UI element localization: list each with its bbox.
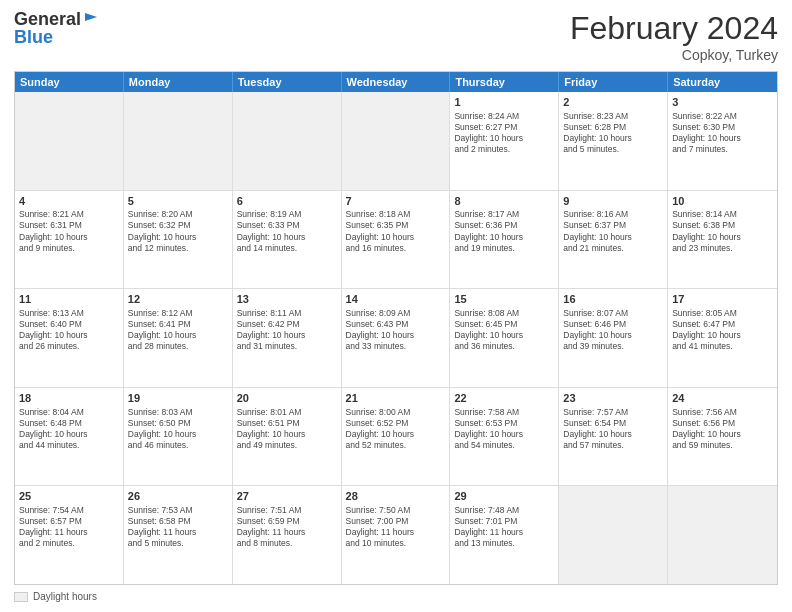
calendar: SundayMondayTuesdayWednesdayThursdayFrid… xyxy=(14,71,778,585)
calendar-cell: 27Sunrise: 7:51 AM Sunset: 6:59 PM Dayli… xyxy=(233,486,342,584)
calendar-cell: 21Sunrise: 8:00 AM Sunset: 6:52 PM Dayli… xyxy=(342,388,451,486)
day-info: Sunrise: 8:03 AM Sunset: 6:50 PM Dayligh… xyxy=(128,407,228,451)
day-number: 12 xyxy=(128,292,228,307)
day-info: Sunrise: 8:17 AM Sunset: 6:36 PM Dayligh… xyxy=(454,209,554,253)
calendar-header-day: Wednesday xyxy=(342,72,451,92)
legend-label: Daylight hours xyxy=(33,591,97,602)
logo-text-blue: Blue xyxy=(14,28,99,48)
calendar-cell: 9Sunrise: 8:16 AM Sunset: 6:37 PM Daylig… xyxy=(559,191,668,289)
calendar-cell: 8Sunrise: 8:17 AM Sunset: 6:36 PM Daylig… xyxy=(450,191,559,289)
title-block: February 2024 Copkoy, Turkey xyxy=(570,10,778,63)
calendar-cell: 14Sunrise: 8:09 AM Sunset: 6:43 PM Dayli… xyxy=(342,289,451,387)
calendar-cell: 23Sunrise: 7:57 AM Sunset: 6:54 PM Dayli… xyxy=(559,388,668,486)
day-number: 27 xyxy=(237,489,337,504)
calendar-row: 25Sunrise: 7:54 AM Sunset: 6:57 PM Dayli… xyxy=(15,486,777,584)
day-number: 25 xyxy=(19,489,119,504)
calendar-cell: 2Sunrise: 8:23 AM Sunset: 6:28 PM Daylig… xyxy=(559,92,668,190)
calendar-cell: 1Sunrise: 8:24 AM Sunset: 6:27 PM Daylig… xyxy=(450,92,559,190)
day-number: 6 xyxy=(237,194,337,209)
legend-box xyxy=(14,592,28,602)
day-info: Sunrise: 8:00 AM Sunset: 6:52 PM Dayligh… xyxy=(346,407,446,451)
calendar-cell: 6Sunrise: 8:19 AM Sunset: 6:33 PM Daylig… xyxy=(233,191,342,289)
day-number: 24 xyxy=(672,391,773,406)
calendar-cell: 28Sunrise: 7:50 AM Sunset: 7:00 PM Dayli… xyxy=(342,486,451,584)
calendar-row: 11Sunrise: 8:13 AM Sunset: 6:40 PM Dayli… xyxy=(15,289,777,388)
day-number: 20 xyxy=(237,391,337,406)
day-info: Sunrise: 7:53 AM Sunset: 6:58 PM Dayligh… xyxy=(128,505,228,549)
day-info: Sunrise: 8:08 AM Sunset: 6:45 PM Dayligh… xyxy=(454,308,554,352)
calendar-cell: 17Sunrise: 8:05 AM Sunset: 6:47 PM Dayli… xyxy=(668,289,777,387)
calendar-cell xyxy=(559,486,668,584)
day-number: 11 xyxy=(19,292,119,307)
calendar-cell: 5Sunrise: 8:20 AM Sunset: 6:32 PM Daylig… xyxy=(124,191,233,289)
day-info: Sunrise: 8:07 AM Sunset: 6:46 PM Dayligh… xyxy=(563,308,663,352)
calendar-header: SundayMondayTuesdayWednesdayThursdayFrid… xyxy=(15,72,777,92)
calendar-cell: 26Sunrise: 7:53 AM Sunset: 6:58 PM Dayli… xyxy=(124,486,233,584)
day-info: Sunrise: 8:13 AM Sunset: 6:40 PM Dayligh… xyxy=(19,308,119,352)
day-info: Sunrise: 7:51 AM Sunset: 6:59 PM Dayligh… xyxy=(237,505,337,549)
day-number: 23 xyxy=(563,391,663,406)
calendar-cell: 11Sunrise: 8:13 AM Sunset: 6:40 PM Dayli… xyxy=(15,289,124,387)
calendar-cell xyxy=(668,486,777,584)
day-info: Sunrise: 7:48 AM Sunset: 7:01 PM Dayligh… xyxy=(454,505,554,549)
day-info: Sunrise: 8:01 AM Sunset: 6:51 PM Dayligh… xyxy=(237,407,337,451)
page-location: Copkoy, Turkey xyxy=(570,47,778,63)
calendar-cell: 19Sunrise: 8:03 AM Sunset: 6:50 PM Dayli… xyxy=(124,388,233,486)
calendar-cell: 13Sunrise: 8:11 AM Sunset: 6:42 PM Dayli… xyxy=(233,289,342,387)
day-info: Sunrise: 8:12 AM Sunset: 6:41 PM Dayligh… xyxy=(128,308,228,352)
day-number: 2 xyxy=(563,95,663,110)
day-info: Sunrise: 8:18 AM Sunset: 6:35 PM Dayligh… xyxy=(346,209,446,253)
day-info: Sunrise: 8:20 AM Sunset: 6:32 PM Dayligh… xyxy=(128,209,228,253)
calendar-header-day: Friday xyxy=(559,72,668,92)
calendar-header-day: Thursday xyxy=(450,72,559,92)
day-info: Sunrise: 8:14 AM Sunset: 6:38 PM Dayligh… xyxy=(672,209,773,253)
page-title: February 2024 xyxy=(570,10,778,47)
calendar-cell: 18Sunrise: 8:04 AM Sunset: 6:48 PM Dayli… xyxy=(15,388,124,486)
calendar-cell: 16Sunrise: 8:07 AM Sunset: 6:46 PM Dayli… xyxy=(559,289,668,387)
day-number: 7 xyxy=(346,194,446,209)
calendar-row: 18Sunrise: 8:04 AM Sunset: 6:48 PM Dayli… xyxy=(15,388,777,487)
day-info: Sunrise: 8:24 AM Sunset: 6:27 PM Dayligh… xyxy=(454,111,554,155)
day-number: 28 xyxy=(346,489,446,504)
calendar-cell xyxy=(15,92,124,190)
day-info: Sunrise: 7:50 AM Sunset: 7:00 PM Dayligh… xyxy=(346,505,446,549)
day-number: 22 xyxy=(454,391,554,406)
calendar-row: 4Sunrise: 8:21 AM Sunset: 6:31 PM Daylig… xyxy=(15,191,777,290)
calendar-body: 1Sunrise: 8:24 AM Sunset: 6:27 PM Daylig… xyxy=(15,92,777,584)
calendar-cell: 24Sunrise: 7:56 AM Sunset: 6:56 PM Dayli… xyxy=(668,388,777,486)
day-number: 1 xyxy=(454,95,554,110)
calendar-cell: 12Sunrise: 8:12 AM Sunset: 6:41 PM Dayli… xyxy=(124,289,233,387)
legend: Daylight hours xyxy=(14,591,778,602)
calendar-cell: 15Sunrise: 8:08 AM Sunset: 6:45 PM Dayli… xyxy=(450,289,559,387)
day-info: Sunrise: 8:05 AM Sunset: 6:47 PM Dayligh… xyxy=(672,308,773,352)
header: General Blue February 2024 Copkoy, Turke… xyxy=(14,10,778,63)
day-number: 21 xyxy=(346,391,446,406)
logo: General Blue xyxy=(14,10,99,48)
calendar-cell: 25Sunrise: 7:54 AM Sunset: 6:57 PM Dayli… xyxy=(15,486,124,584)
calendar-cell xyxy=(342,92,451,190)
calendar-cell xyxy=(124,92,233,190)
calendar-cell: 10Sunrise: 8:14 AM Sunset: 6:38 PM Dayli… xyxy=(668,191,777,289)
calendar-cell: 29Sunrise: 7:48 AM Sunset: 7:01 PM Dayli… xyxy=(450,486,559,584)
day-number: 18 xyxy=(19,391,119,406)
day-number: 16 xyxy=(563,292,663,307)
day-info: Sunrise: 8:23 AM Sunset: 6:28 PM Dayligh… xyxy=(563,111,663,155)
day-number: 15 xyxy=(454,292,554,307)
day-number: 13 xyxy=(237,292,337,307)
calendar-header-day: Tuesday xyxy=(233,72,342,92)
day-number: 26 xyxy=(128,489,228,504)
day-info: Sunrise: 7:57 AM Sunset: 6:54 PM Dayligh… xyxy=(563,407,663,451)
day-info: Sunrise: 8:09 AM Sunset: 6:43 PM Dayligh… xyxy=(346,308,446,352)
day-info: Sunrise: 7:58 AM Sunset: 6:53 PM Dayligh… xyxy=(454,407,554,451)
day-number: 9 xyxy=(563,194,663,209)
calendar-cell: 20Sunrise: 8:01 AM Sunset: 6:51 PM Dayli… xyxy=(233,388,342,486)
day-number: 4 xyxy=(19,194,119,209)
page: General Blue February 2024 Copkoy, Turke… xyxy=(0,0,792,612)
day-info: Sunrise: 8:22 AM Sunset: 6:30 PM Dayligh… xyxy=(672,111,773,155)
day-number: 5 xyxy=(128,194,228,209)
calendar-cell xyxy=(233,92,342,190)
day-number: 3 xyxy=(672,95,773,110)
day-number: 14 xyxy=(346,292,446,307)
day-number: 19 xyxy=(128,391,228,406)
day-number: 8 xyxy=(454,194,554,209)
